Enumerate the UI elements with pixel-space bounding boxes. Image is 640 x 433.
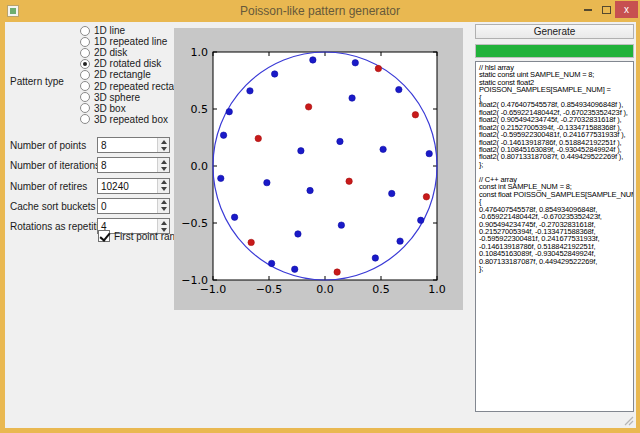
radio-label: 1D repeated line [94, 36, 167, 47]
field-row-number-of-iterations-per-point: Number of iterations per point8 [0, 157, 180, 174]
generate-button[interactable]: Generate [475, 24, 634, 39]
spinbox[interactable]: 0 [97, 198, 170, 214]
radio-label: 3D repeated box [94, 114, 168, 125]
spinbox-buttons [157, 158, 169, 172]
x-tick-label: 0.5 [372, 283, 390, 296]
data-point [310, 57, 316, 63]
maximize-button[interactable] [598, 0, 614, 20]
data-point [412, 112, 418, 118]
radio-label: 3D sphere [94, 92, 140, 103]
radio-label: 2D disk [94, 47, 127, 58]
spinbox-value[interactable]: 8 [98, 138, 157, 152]
spinbox-buttons [157, 199, 169, 213]
minimize-button[interactable] [579, 0, 597, 20]
spin-down-icon[interactable] [158, 186, 169, 193]
data-point [268, 260, 274, 266]
data-point [295, 231, 301, 237]
data-point [372, 255, 378, 261]
data-point [346, 178, 352, 184]
data-point [423, 194, 429, 200]
data-point [396, 86, 402, 92]
radio-label: 2D rectangle [94, 69, 151, 80]
progress-bar-fill [476, 45, 633, 57]
spinbox-value[interactable]: 10240 [98, 179, 157, 193]
radio-icon[interactable] [80, 37, 90, 47]
y-tick-label: 0.0 [191, 160, 209, 173]
data-point [307, 187, 313, 193]
titlebar: Poisson-like pattern generator x [0, 0, 640, 22]
radio-label: 2D rotated disk [94, 58, 161, 69]
data-point [247, 88, 253, 94]
radio-icon[interactable] [80, 103, 90, 113]
spin-up-icon[interactable] [158, 138, 169, 145]
spin-up-icon[interactable] [158, 199, 169, 206]
radio-icon[interactable] [80, 59, 90, 69]
field-label: Cache sort buckets [10, 201, 96, 212]
close-button[interactable]: x [615, 1, 638, 18]
y-tick-label: 1.0 [191, 46, 209, 59]
x-tick-label: 1.0 [428, 283, 446, 296]
data-point [255, 135, 261, 141]
spinbox-value[interactable]: 8 [98, 158, 157, 172]
radio-icon[interactable] [80, 70, 90, 80]
first-point-random-checkbox[interactable] [98, 230, 110, 242]
data-point [397, 238, 403, 244]
axes-box [213, 52, 437, 280]
spin-up-icon[interactable] [158, 158, 169, 165]
close-icon: x [624, 4, 629, 15]
spinbox-value[interactable]: 0 [98, 199, 157, 213]
data-point [418, 217, 424, 223]
data-point [375, 65, 381, 71]
data-point [349, 95, 355, 101]
spinbox-buttons [157, 138, 169, 152]
x-tick-label: 0.0 [316, 283, 334, 296]
y-tick-label: −0.5 [181, 217, 208, 230]
radio-icon[interactable] [80, 48, 90, 58]
data-point [426, 150, 432, 156]
data-point [264, 179, 270, 185]
spin-down-icon[interactable] [158, 165, 169, 172]
maximize-icon [602, 6, 611, 14]
field-row-number-of-points: Number of points8 [0, 137, 180, 154]
scatter-plot: −1.0−0.50.00.51.0−1.0−0.50.00.51.0 [174, 28, 463, 310]
data-point [298, 148, 304, 154]
spin-up-icon[interactable] [158, 219, 169, 226]
data-point [220, 132, 226, 138]
data-point [305, 104, 311, 110]
field-label: Number of points [10, 140, 86, 151]
data-point [226, 108, 232, 114]
spinbox-buttons [157, 179, 169, 193]
app-window: Poisson-like pattern generator x Pattern… [0, 0, 640, 433]
data-point [380, 146, 386, 152]
field-label: Number of retires [10, 181, 87, 192]
plot-figure: −1.0−0.50.00.51.0−1.0−0.50.00.51.0 [174, 28, 463, 310]
field-row-number-of-retires: Number of retires10240 [0, 178, 180, 195]
y-tick-label: 0.5 [191, 103, 209, 116]
radio-icon[interactable] [80, 81, 90, 91]
data-point [352, 60, 358, 66]
code-output-textarea[interactable]: // hlsl array static const uint SAMPLE_N… [475, 61, 634, 412]
data-point [271, 71, 277, 77]
data-point [389, 190, 395, 196]
data-point [231, 214, 237, 220]
radio-icon[interactable] [80, 114, 90, 124]
radio-icon[interactable] [80, 92, 90, 102]
spin-down-icon[interactable] [158, 145, 169, 152]
data-point [334, 269, 340, 275]
resize-grip[interactable] [622, 414, 634, 426]
field-row-cache-sort-buckets: Cache sort buckets0 [0, 198, 180, 215]
window-title: Poisson-like pattern generator [0, 4, 640, 18]
data-point [248, 239, 254, 245]
radio-icon[interactable] [80, 26, 90, 36]
progress-bar [475, 44, 634, 58]
y-tick-label: −1.0 [181, 274, 208, 287]
data-point [337, 138, 343, 144]
spin-down-icon[interactable] [158, 206, 169, 213]
data-point [338, 222, 344, 228]
pattern-type-label: Pattern type [10, 76, 64, 87]
spinbox[interactable]: 8 [97, 137, 170, 153]
x-tick-label: −0.5 [256, 283, 283, 296]
spin-up-icon[interactable] [158, 179, 169, 186]
spinbox[interactable]: 10240 [97, 178, 170, 194]
spinbox[interactable]: 8 [97, 157, 170, 173]
